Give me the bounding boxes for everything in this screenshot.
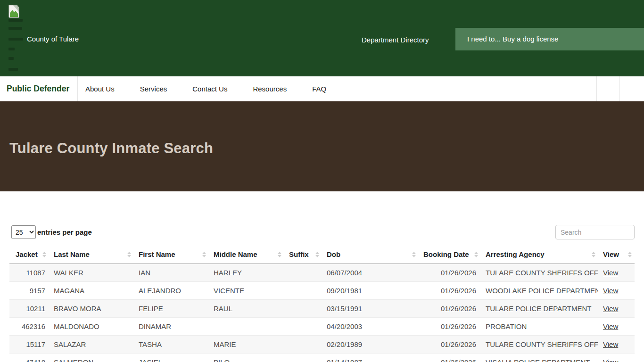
- main-nav: Public Defender About Us Services Contac…: [0, 76, 644, 101]
- cell-last-name: BRAVO MORA: [49, 300, 134, 318]
- hidden-menu-line: [8, 27, 22, 30]
- cell-middle-name: PILO: [209, 354, 284, 362]
- cell-booking-date: 01/26/2026: [419, 354, 481, 362]
- hidden-menu-line: [8, 48, 15, 50]
- site-header: County of Tulare Department Directory I …: [0, 0, 644, 76]
- department-directory-link[interactable]: Department Directory: [362, 36, 429, 44]
- page: County of Tulare Department Directory I …: [0, 0, 644, 362]
- nav-items: About Us Services Contact Us Resources F…: [78, 76, 326, 101]
- column-header-booking-date[interactable]: Booking Date: [419, 245, 481, 264]
- cell-jacket: 9157: [9, 282, 49, 300]
- cell-dob: 03/15/1991: [322, 300, 419, 318]
- nav-utility-cell[interactable]: [596, 76, 619, 101]
- cell-jacket: 462316: [9, 318, 49, 336]
- cell-jacket: 10211: [9, 300, 49, 318]
- nav-item-about-us[interactable]: About Us: [85, 85, 115, 93]
- cell-last-name: SALAZAR: [49, 336, 134, 354]
- entries-per-page-select[interactable]: 25: [11, 225, 36, 239]
- table-row: 15117 SALAZAR TASHA MARIE 02/20/1989 01/…: [9, 336, 635, 354]
- cell-last-name: MAGANA: [49, 282, 134, 300]
- search-input[interactable]: [555, 225, 635, 239]
- table-row: 462316 MALDONADO DINAMAR 04/20/2003 01/2…: [9, 318, 635, 336]
- column-header-jacket[interactable]: Jacket: [9, 245, 49, 264]
- table-row: 10211 BRAVO MORA FELIPE RAUL 03/15/1991 …: [9, 300, 635, 318]
- view-link[interactable]: View: [603, 358, 618, 362]
- sort-icon[interactable]: [42, 252, 46, 257]
- sort-icon[interactable]: [628, 252, 632, 257]
- cell-last-name: MALDONADO: [49, 318, 134, 336]
- cell-dob: 06/07/2004: [322, 264, 419, 282]
- view-link[interactable]: View: [603, 304, 618, 313]
- cell-suffix: [284, 300, 322, 318]
- cell-arresting-agency: WOODLAKE POLICE DEPARTMENT: [481, 282, 598, 300]
- cell-jacket: 15117: [9, 336, 49, 354]
- i-need-to-dropdown[interactable]: I need to... Buy a dog license: [455, 28, 644, 50]
- cell-suffix: [284, 318, 322, 336]
- cell-suffix: [284, 282, 322, 300]
- cell-view: View: [598, 318, 635, 336]
- entries-per-page: 25 entries per page: [11, 225, 92, 239]
- view-link[interactable]: View: [603, 287, 618, 295]
- table-header-row: Jacket Last Name First Name Middle Name …: [9, 245, 635, 264]
- cell-arresting-agency: VISALIA POLICE DEPARTMENT: [481, 354, 598, 362]
- table-row: 47418 SALMERON JASIEL PILO 01/14/1987 01…: [9, 354, 635, 362]
- cell-dob: 09/20/1981: [322, 282, 419, 300]
- sort-icon[interactable]: [474, 252, 478, 257]
- nav-item-resources[interactable]: Resources: [253, 85, 287, 93]
- page-title: Tulare County Inmate Search: [0, 101, 644, 157]
- cell-middle-name: MARIE: [209, 336, 284, 354]
- cell-arresting-agency: TULARE COUNTY SHERIFFS OFFICE: [481, 336, 598, 354]
- cell-middle-name: HARLEY: [209, 264, 284, 282]
- table-row: 11087 WALKER IAN HARLEY 06/07/2004 01/26…: [9, 264, 635, 282]
- column-header-first-name[interactable]: First Name: [134, 245, 209, 264]
- sort-icon[interactable]: [315, 252, 319, 257]
- i-need-to-label: I need to... Buy a dog license: [467, 35, 558, 43]
- cell-suffix: [284, 336, 322, 354]
- cell-first-name: DINAMAR: [134, 318, 209, 336]
- nav-item-faq[interactable]: FAQ: [312, 85, 326, 93]
- nav-item-services[interactable]: Services: [140, 85, 167, 93]
- sort-icon[interactable]: [412, 252, 416, 257]
- view-link[interactable]: View: [603, 340, 618, 348]
- nav-item-contact-us[interactable]: Contact Us: [192, 85, 227, 93]
- column-header-arresting-agency[interactable]: Arresting Agency: [481, 245, 598, 264]
- view-link[interactable]: View: [603, 322, 618, 330]
- cell-booking-date: 01/26/2026: [419, 264, 481, 282]
- sort-icon[interactable]: [202, 252, 206, 257]
- nav-right-cells: [596, 76, 644, 101]
- sort-icon[interactable]: [592, 252, 595, 257]
- cell-dob: 01/14/1987: [322, 354, 419, 362]
- cell-arresting-agency: TULARE POLICE DEPARTMENT: [481, 300, 598, 318]
- view-link[interactable]: View: [603, 269, 618, 277]
- broken-image-icon: [8, 5, 19, 20]
- nav-utility-cell[interactable]: [619, 76, 644, 101]
- column-header-view[interactable]: View: [598, 245, 635, 264]
- table-controls: 25 entries per page: [11, 225, 635, 239]
- cell-first-name: IAN: [134, 264, 209, 282]
- column-header-suffix[interactable]: Suffix: [284, 245, 322, 264]
- sort-icon[interactable]: [278, 252, 281, 257]
- column-header-dob[interactable]: Dob: [322, 245, 419, 264]
- site-name-link[interactable]: County of Tulare: [27, 35, 79, 43]
- column-header-last-name[interactable]: Last Name: [49, 245, 134, 264]
- cell-arresting-agency: PROBATION: [481, 318, 598, 336]
- cell-view: View: [598, 336, 635, 354]
- cell-first-name: TASHA: [134, 336, 209, 354]
- hidden-menu-line: [8, 68, 18, 71]
- main-content: 25 entries per page Jacket Last Name Fir…: [0, 225, 644, 362]
- cell-dob: 02/20/1989: [322, 336, 419, 354]
- sort-icon[interactable]: [127, 252, 131, 257]
- column-header-middle-name[interactable]: Middle Name: [209, 245, 284, 264]
- cell-booking-date: 01/26/2026: [419, 336, 481, 354]
- cell-booking-date: 01/26/2026: [419, 282, 481, 300]
- cell-dob: 04/20/2003: [322, 318, 419, 336]
- hidden-menu-line: [8, 19, 23, 22]
- cell-first-name: ALEJANDRO: [134, 282, 209, 300]
- cell-first-name: JASIEL: [134, 354, 209, 362]
- hidden-menu-line: [8, 38, 23, 41]
- cell-arresting-agency: TULARE COUNTY SHERIFFS OFFICE: [481, 264, 598, 282]
- cell-middle-name: VICENTE: [209, 282, 284, 300]
- nav-brand-public-defender[interactable]: Public Defender: [0, 76, 78, 101]
- cell-jacket: 47418: [9, 354, 49, 362]
- cell-last-name: SALMERON: [49, 354, 134, 362]
